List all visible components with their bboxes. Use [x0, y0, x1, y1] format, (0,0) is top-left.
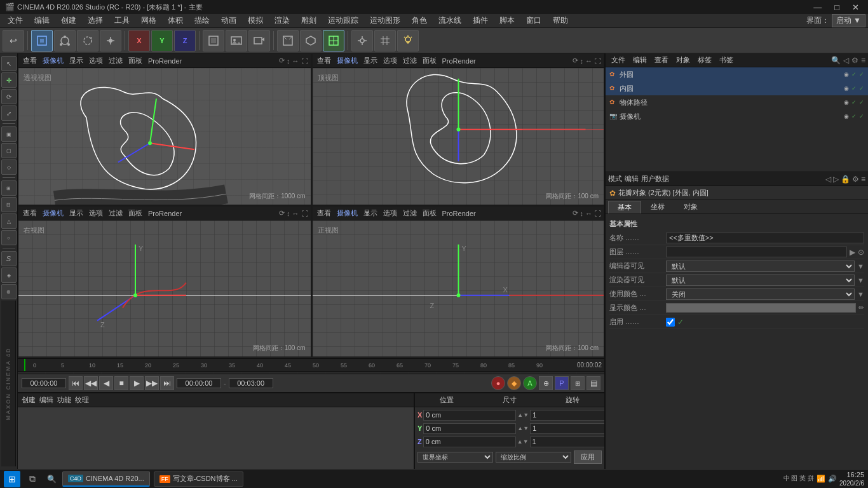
vp-right-options[interactable]: 选项 [87, 208, 105, 218]
obj-inner-vis1[interactable]: ◉ [844, 85, 849, 92]
props-name-input[interactable] [666, 233, 864, 243]
props-icon-3[interactable]: 🔒 [841, 175, 850, 184]
taskbar-clock[interactable]: 16:25 2020/2/6 [839, 470, 864, 487]
obj-path-vis2[interactable]: ✓ [851, 99, 857, 105]
view-perspective-button[interactable] [277, 30, 299, 51]
start-button[interactable]: ⊞ [4, 471, 20, 487]
menu-sketch[interactable]: 描绘 [189, 14, 215, 27]
vp-front-icon-2[interactable]: ↕ [580, 210, 584, 217]
y-pos-input[interactable] [423, 423, 516, 434]
vp-right-display[interactable]: 显示 [67, 208, 85, 218]
menu-mograph[interactable]: 运动图形 [365, 14, 405, 27]
menu-motion-track[interactable]: 运动跟踪 [323, 14, 363, 27]
rp-tab-tag[interactable]: 标签 [695, 55, 715, 65]
keyframe-grid-button[interactable]: ⊞ [571, 376, 585, 390]
timeline-keyframe-area[interactable] [18, 372, 604, 374]
vp-per-icon-3[interactable]: ↔ [292, 57, 299, 65]
snap-button[interactable] [351, 30, 373, 51]
transport-stop[interactable]: ■ [114, 376, 128, 390]
menu-mesh[interactable]: 网格 [136, 14, 161, 27]
vp-top-prorender[interactable]: ProRender [440, 57, 478, 65]
mat-create-btn[interactable]: 创建 [22, 395, 36, 405]
menu-animate[interactable]: 动画 [216, 14, 241, 27]
grid-button[interactable] [374, 30, 396, 51]
obj-item-path[interactable]: ✿ 物体路径 ◉ ✓ ✓ [606, 95, 868, 109]
z-pos-arrows[interactable]: ▲▼ [517, 438, 529, 445]
menu-script[interactable]: 脚本 [494, 14, 520, 27]
menu-tools[interactable]: 工具 [109, 14, 135, 27]
props-layer-input[interactable] [666, 247, 847, 257]
vp-top-filter[interactable]: 过滤 [401, 56, 419, 65]
vp-per-filter[interactable]: 过滤 [107, 56, 125, 65]
vp-per-prorender[interactable]: ProRender [146, 57, 184, 65]
props-editor-vis-select[interactable]: 默认 [666, 261, 855, 272]
maximize-button[interactable]: □ [831, 3, 843, 12]
vp-top-icon-1[interactable]: ⟳ [573, 57, 578, 65]
search-button[interactable]: 🔍 [44, 472, 58, 486]
vp-front-filter[interactable]: 过滤 [401, 208, 419, 218]
tool-polygon[interactable]: ◇ [1, 159, 17, 175]
mat-edit-btn[interactable]: 编辑 [39, 395, 53, 405]
obj-inner-vis2[interactable]: ✓ [851, 85, 857, 92]
close-button[interactable]: ✕ [848, 3, 863, 12]
props-icon-2[interactable]: ▷ [833, 175, 839, 184]
props-layer-btn[interactable]: ⊙ [858, 248, 864, 257]
viewport-top[interactable]: 查看 摄像机 显示 选项 过滤 面板 ProRender ⟳ ↕ ↔ ⛶ [311, 53, 605, 205]
view-wireframe-button[interactable] [323, 30, 344, 51]
vp-front-display[interactable]: 显示 [362, 208, 379, 218]
tool-move[interactable]: ✛ [1, 72, 17, 88]
transport-first[interactable]: ⏮ [69, 376, 83, 390]
tool-select[interactable]: ↖ [1, 56, 17, 71]
material-content[interactable] [18, 407, 414, 469]
end-time-input[interactable] [229, 378, 273, 388]
vp-top-icon-4[interactable]: ⛶ [594, 57, 601, 65]
obj-item-outer[interactable]: ✿ 外圆 ◉ ✓ ✓ [606, 67, 868, 81]
object-list[interactable]: ✿ 外圆 ◉ ✓ ✓ ✿ 内圆 ◉ ✓ ✓ ✿ 物体路径 ◉ ✓ ✓ [606, 67, 868, 172]
menu-edit[interactable]: 编辑 [29, 14, 55, 27]
axis-z-button[interactable]: Z [174, 30, 196, 51]
vp-top-icon-2[interactable]: ↕ [580, 57, 584, 65]
vp-top-icon-3[interactable]: ↔ [585, 57, 592, 65]
tool-special-1[interactable]: ◈ [1, 268, 17, 283]
vp-per-display[interactable]: 显示 [67, 56, 85, 65]
rp-tab-view[interactable]: 查看 [651, 55, 672, 65]
light-button[interactable] [397, 30, 419, 51]
auto-key-button[interactable]: A [523, 376, 537, 390]
vp-right-panel[interactable]: 面板 [126, 208, 144, 218]
timeline-expand-button[interactable]: ▤ [587, 376, 600, 390]
props-mode-btn[interactable]: 模式 [608, 174, 622, 184]
vp-front-icon-3[interactable]: ↔ [585, 210, 592, 217]
props-render-vis-arrow[interactable]: ▼ [857, 276, 864, 284]
props-render-vis-select[interactable]: 默认 [666, 274, 855, 286]
mode-rotate-button[interactable] [77, 30, 98, 51]
menu-window[interactable]: 窗口 [521, 14, 546, 27]
obj-camera-vis2[interactable]: ✓ [851, 113, 857, 119]
menu-sculpt[interactable]: 雕刻 [296, 14, 322, 27]
props-enable-checkbox[interactable] [666, 318, 675, 327]
rp-icon-4[interactable]: ≡ [861, 56, 865, 65]
obj-item-camera[interactable]: 📷 摄像机 ◉ ✓ ✓ [606, 109, 868, 123]
props-display-color-edit[interactable]: ✏ [858, 304, 864, 312]
vp-front-camera[interactable]: 摄像机 [335, 208, 360, 218]
menu-plugins[interactable]: 插件 [468, 14, 493, 27]
axis-x-button[interactable]: X [128, 30, 150, 51]
mat-texture-btn[interactable]: 纹理 [75, 395, 89, 405]
tool-rotate[interactable]: ⟳ [1, 89, 17, 104]
vp-right-view[interactable]: 查看 [21, 208, 39, 218]
vp-right-prorender[interactable]: ProRender [146, 210, 184, 217]
mat-function-btn[interactable]: 功能 [57, 395, 71, 405]
rp-tab-bookmark[interactable]: 书签 [716, 55, 736, 65]
axis-y-button[interactable]: Y [151, 30, 173, 51]
tool-view-3[interactable]: △ [1, 214, 17, 229]
tray-volume[interactable]: 🔊 [828, 475, 837, 483]
obj-inner-vis3[interactable]: ✓ [859, 85, 864, 92]
vp-per-icon-1[interactable]: ⟳ [279, 57, 285, 65]
mode-edit-button[interactable] [54, 30, 76, 51]
vp-right-filter[interactable]: 过滤 [107, 208, 125, 218]
tool-rect-select[interactable]: ▢ [1, 143, 17, 158]
transport-play[interactable]: ▶ [130, 376, 144, 390]
props-editor-vis-arrow[interactable]: ▼ [857, 262, 864, 270]
props-layer-arrow[interactable]: ▶ [850, 248, 855, 257]
props-tab-object[interactable]: 对象 [674, 200, 707, 214]
obj-path-vis1[interactable]: ◉ [844, 99, 849, 105]
